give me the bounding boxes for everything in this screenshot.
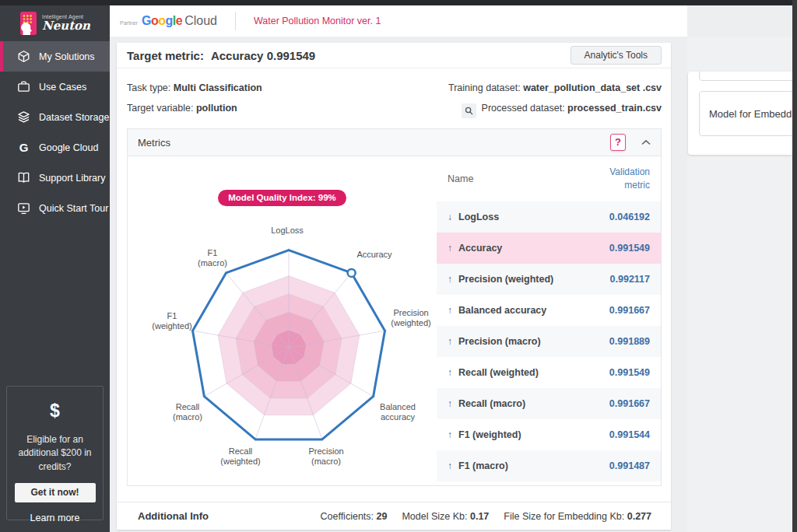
analytics-tools-button[interactable]: Analytic's Tools [571, 46, 662, 65]
metrics-table: Name Validation metric ↓LogLoss0.046192↑… [437, 156, 661, 485]
top-dark-strip [0, 0, 797, 5]
download-options-card: Model for Embedding [688, 72, 792, 155]
sidebar-item-quick-start-tour[interactable]: Quick Start Tour [0, 193, 110, 223]
target-metric-bar: Target metric: Accuracy 0.991549 Analyti… [117, 43, 671, 68]
credits-text: Eligible for an additional $200 in credi… [7, 433, 103, 474]
arrow-up-icon: ↑ [448, 429, 452, 440]
metrics-title: Metrics [138, 137, 610, 149]
arrow-up-icon: ↑ [448, 274, 452, 285]
task-type-value: Multi Classification [174, 82, 262, 93]
metric-row-recall-macro-[interactable]: ↑Recall (macro)0.991667 [437, 388, 661, 419]
training-dataset-value: water_pollution_data_set .csv [523, 82, 662, 93]
sidebar-item-use-cases[interactable]: Use Cases [0, 72, 110, 102]
arrow-up-icon: ↑ [448, 305, 452, 316]
metric-name: ↓LogLoss [448, 212, 499, 222]
radar-chart-area: Model Quality Index: 99% LogLossAccuracy… [128, 156, 437, 485]
metric-value: 0.046192 [609, 212, 650, 222]
svg-text:Precision(macro): Precision(macro) [308, 446, 343, 466]
additional-info-items: Coefficients: 29Model Size Kb: 0.17File … [320, 511, 651, 522]
sidebar-item-google-cloud[interactable]: GGoogle Cloud [0, 132, 110, 163]
g-icon: G [17, 141, 30, 154]
sidebar-nav: My SolutionsUse CasesDataset StorageGGoo… [0, 41, 110, 223]
metric-row-logloss[interactable]: ↓LogLoss0.046192 [437, 201, 661, 233]
sidebar-item-my-solutions[interactable]: My Solutions [0, 41, 110, 72]
metric-value: 0.991667 [609, 305, 650, 316]
chevron-up-icon[interactable] [641, 139, 651, 145]
additional-info-item: Coefficients: 29 [320, 511, 387, 522]
cube-icon [17, 50, 30, 63]
arrow-down-icon: ↓ [448, 212, 452, 222]
task-info: Task type: Multi Classification Target v… [117, 68, 671, 128]
get-credits-button[interactable]: Get it now! [15, 483, 96, 502]
arrow-up-icon: ↑ [448, 460, 452, 471]
sidebar-item-label: My Solutions [39, 51, 95, 62]
solution-title: Water Pollution Monitor ver. 1 [254, 16, 381, 26]
learn-more-link[interactable]: Learn more [7, 513, 103, 523]
metric-value: 0.991544 [609, 429, 650, 440]
model-option-partial[interactable] [699, 72, 792, 81]
metrics-panel-header: Metrics ? [128, 129, 661, 156]
model-quality-badge: Model Quality Index: 99% [218, 190, 346, 206]
metric-row-precision-macro-[interactable]: ↑Precision (macro)0.991889 [437, 326, 661, 357]
processed-dataset-label: Processed dataset: [482, 103, 565, 114]
right-edge-strip [792, 0, 797, 532]
logo-brand: Neuton [42, 19, 90, 33]
layers-icon [17, 110, 30, 124]
sidebar-item-label: Dataset Storage [39, 112, 109, 123]
task-type-label: Task type: [127, 82, 170, 93]
metric-row-f1-weighted-[interactable]: ↑F1 (weighted)0.991544 [437, 419, 661, 450]
additional-info-item: File Size for Embedding Kb: 0.277 [504, 511, 651, 522]
metric-name: ↑Recall (macro) [448, 398, 525, 409]
neuton-logo[interactable]: Intelligent Agent Neuton [0, 5, 110, 41]
metrics-body: Model Quality Index: 99% LogLossAccuracy… [128, 156, 661, 485]
target-variable-value: pollution [196, 103, 237, 114]
column-name: Name [448, 173, 473, 184]
svg-text:Precision(weighted): Precision(weighted) [391, 308, 430, 327]
model-for-embedding-button[interactable]: Model for Embedding [699, 91, 792, 136]
google-wordmark: Google [142, 14, 182, 27]
metric-name: ↑F1 (weighted) [448, 429, 521, 440]
tour-icon [17, 201, 30, 215]
additional-info-bar: Additional Info Coefficients: 29Model Si… [117, 502, 671, 530]
top-header: Partner GoogleCloud Water Pollution Moni… [110, 5, 687, 37]
metric-row-accuracy[interactable]: ↑Accuracy0.991549 [437, 233, 661, 264]
credits-panel: $ Eligible for an additional $200 in cre… [6, 386, 104, 520]
svg-text:Recall(weighted): Recall(weighted) [220, 446, 260, 466]
sidebar: Intelligent Agent Neuton My SolutionsUse… [0, 5, 110, 532]
metric-row-precision-weighted-[interactable]: ↑Precision (weighted)0.992117 [437, 264, 661, 295]
arrow-up-icon: ↑ [448, 243, 452, 254]
metric-value: 0.991667 [609, 398, 650, 409]
metric-value: 0.991889 [609, 336, 650, 347]
svg-text:LogLoss: LogLoss [271, 226, 304, 235]
neuton-logo-icon [20, 12, 37, 35]
metric-row-balanced-accuracy[interactable]: ↑Balanced accuracy0.991667 [437, 295, 661, 326]
sidebar-item-dataset-storage[interactable]: Dataset Storage [0, 102, 110, 132]
arrow-up-icon: ↑ [448, 398, 452, 409]
training-dataset-label: Training dataset: [448, 82, 521, 93]
solution-card: Target metric: Accuracy 0.991549 Analyti… [117, 43, 671, 530]
google-letter: G [142, 14, 151, 27]
svg-text:F1(macro): F1(macro) [198, 248, 227, 268]
cloud-label: Cloud [184, 14, 217, 27]
arrow-up-icon: ↑ [448, 367, 452, 378]
google-letter: o [151, 14, 158, 27]
metrics-table-rows: ↓LogLoss0.046192↑Accuracy0.991549↑Precis… [437, 201, 661, 481]
metric-row-recall-weighted-[interactable]: ↑Recall (weighted)0.991549 [437, 357, 661, 388]
help-button[interactable]: ? [610, 134, 626, 151]
arrow-up-icon: ↑ [448, 336, 452, 347]
additional-info-title: Additional Info [138, 510, 209, 522]
metric-row-f1-macro-[interactable]: ↑F1 (macro)0.991487 [437, 450, 661, 481]
target-metric-label: Target metric: [127, 49, 204, 62]
search-icon[interactable] [462, 103, 476, 118]
sidebar-item-label: Use Cases [39, 82, 86, 93]
metric-name: ↑Precision (weighted) [448, 274, 553, 285]
briefcase-icon [17, 80, 30, 93]
additional-info-item: Model Size Kb: 0.17 [402, 511, 489, 522]
right-panel: Model for Embedding [687, 37, 792, 532]
svg-text:Balancedaccuracy: Balancedaccuracy [380, 402, 416, 422]
sidebar-item-support-library[interactable]: Support Library [0, 163, 110, 193]
sidebar-item-label: Google Cloud [39, 142, 98, 153]
dollar-icon: $ [7, 401, 103, 422]
google-letter: g [165, 14, 172, 27]
svg-text:F1(weighted): F1(weighted) [152, 311, 191, 331]
